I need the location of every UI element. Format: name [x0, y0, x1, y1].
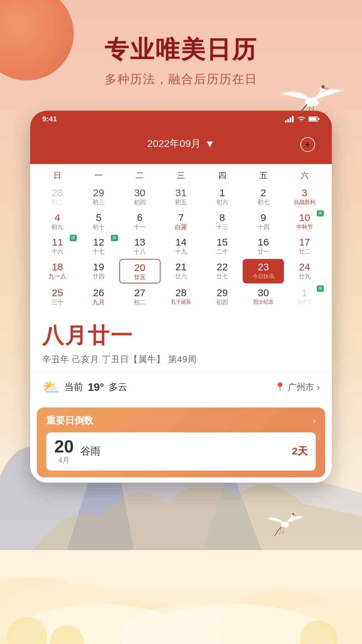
table-row[interactable]: 17 廿二: [284, 234, 325, 258]
countdown-day: 20: [54, 438, 74, 455]
weekday-wed: 三: [161, 167, 202, 183]
weather-label: 当前: [64, 381, 83, 393]
countdown-arrow-icon: ›: [313, 415, 316, 426]
table-row[interactable]: 15 二十: [201, 234, 243, 258]
table-row[interactable]: 29 初四: [201, 285, 243, 308]
wifi-icon: [297, 116, 306, 122]
table-row[interactable]: 1 初六: [201, 185, 243, 208]
weather-temperature: 19°: [88, 381, 104, 393]
table-row[interactable]: 25 三十: [37, 285, 78, 308]
table-row[interactable]: 6 十一: [119, 210, 161, 233]
day-23-today[interactable]: 23 今日快讯: [243, 259, 284, 284]
chevron-right-icon: ›: [317, 382, 320, 392]
table-row[interactable]: 26 九月: [78, 285, 119, 308]
table-row[interactable]: 休 1 国庆节: [284, 285, 325, 308]
table-row[interactable]: 4 初九: [37, 210, 78, 233]
countdown-date: 20 4月: [54, 438, 74, 465]
weekday-fri: 五: [243, 167, 284, 183]
month-text: 2022年09月: [147, 137, 201, 151]
signal-icon: [285, 116, 294, 122]
countdown-remaining: 2天: [292, 444, 308, 458]
table-row[interactable]: 休 12 十七: [78, 234, 119, 258]
battery-icon: [308, 116, 320, 122]
table-row[interactable]: 13 十八: [119, 234, 161, 258]
city-name: 广州市: [288, 381, 314, 393]
svg-rect-24: [309, 117, 316, 121]
table-row[interactable]: 18 九一八: [37, 259, 78, 284]
weekday-thu: 四: [201, 167, 243, 183]
weekday-sat: 六: [284, 167, 325, 183]
svg-rect-25: [318, 118, 319, 120]
status-icons: [285, 116, 320, 122]
weather-condition: 多云: [109, 381, 127, 393]
weather-location[interactable]: 📍 广州市 ›: [275, 381, 320, 393]
countdown-month: 4月: [58, 455, 70, 465]
main-title: 专业唯美日历: [0, 34, 362, 66]
table-row[interactable]: 24 廿九: [284, 259, 325, 284]
weekday-mon: 一: [78, 167, 119, 183]
sub-title: 多种历法，融合后历历在日: [0, 71, 362, 88]
rest-badge: 休: [111, 235, 118, 241]
status-time: 9:41: [42, 115, 57, 123]
table-row[interactable]: 27 初二: [119, 285, 161, 308]
calendar-grid: 日 一 二 三 四 五 六 28 初二 29 初三 30 初四: [30, 164, 332, 312]
weekday-headers: 日 一 二 三 四 五 六: [37, 167, 325, 183]
table-row[interactable]: 休 10 中秋节: [284, 210, 325, 233]
svg-rect-19: [285, 120, 287, 122]
calendar-header: 2022年09月 ▼ +: [30, 126, 332, 164]
add-event-button[interactable]: +: [300, 137, 315, 152]
location-pin-icon: 📍: [275, 382, 285, 392]
table-row[interactable]: 8 十三: [201, 210, 243, 233]
table-row[interactable]: 29 初三: [78, 185, 119, 208]
dropdown-icon: ▼: [205, 138, 215, 150]
table-row[interactable]: 休 11 十六: [37, 234, 78, 258]
countdown-title: 重要日倒数: [46, 414, 93, 427]
phone-mockup: 9:41 2022年09月: [30, 111, 332, 483]
countdown-section[interactable]: 重要日倒数 › 20 4月 谷雨 2天: [37, 408, 325, 477]
countdown-header: 重要日倒数 ›: [46, 414, 316, 427]
table-row[interactable]: 31 初五: [161, 185, 202, 208]
svg-rect-22: [292, 116, 294, 122]
table-row[interactable]: 3 抗战胜利: [284, 185, 325, 208]
weekday-tue: 二: [119, 167, 161, 183]
countdown-item[interactable]: 20 4月 谷雨 2天: [46, 432, 316, 471]
rest-badge: 休: [70, 235, 77, 241]
day-20-selected[interactable]: 20 廿五: [119, 259, 161, 284]
calendar-days: 28 初二 29 初三 30 初四 31 初五 1 初六 2 初七: [37, 185, 325, 308]
lunar-date-section: 八月廿一 辛丑年 己亥月 丁丑日【属牛】 第49周: [30, 312, 332, 372]
table-row[interactable]: 30 初四: [119, 185, 161, 208]
rest-badge: 休: [317, 285, 324, 292]
table-row[interactable]: 21 廿六: [161, 259, 202, 284]
month-label[interactable]: 2022年09月 ▼: [135, 131, 227, 157]
table-row[interactable]: 9 十四: [243, 210, 284, 233]
table-row[interactable]: 22 廿七: [201, 259, 243, 284]
page-title-area: 专业唯美日历 多种历法，融合后历历在日: [0, 34, 362, 88]
table-row[interactable]: 28 初二: [37, 185, 78, 208]
svg-rect-20: [287, 119, 289, 122]
lunar-big-date: 八月廿一: [42, 321, 320, 350]
svg-rect-21: [290, 117, 291, 122]
table-row[interactable]: 19 廿四: [78, 259, 119, 284]
table-row[interactable]: 5 初十: [78, 210, 119, 233]
table-row[interactable]: 2 初七: [243, 185, 284, 208]
status-bar: 9:41: [30, 111, 332, 126]
weekday-sun: 日: [37, 167, 78, 183]
weather-icon: ⛅: [42, 379, 60, 395]
table-row[interactable]: 28 孔子诞辰: [161, 285, 202, 308]
countdown-event-name: 谷雨: [80, 444, 285, 458]
table-row[interactable]: 16 廿一: [243, 234, 284, 258]
table-row[interactable]: 30 烈士纪念: [243, 285, 284, 308]
table-row[interactable]: 14 十九: [161, 234, 202, 258]
weather-left: ⛅ 当前 19° 多云: [42, 379, 127, 395]
weather-section: ⛅ 当前 19° 多云 📍 广州市 ›: [30, 372, 332, 402]
lunar-details: 辛丑年 己亥月 丁丑日【属牛】 第49周: [42, 354, 320, 365]
table-row[interactable]: 7 白露: [161, 210, 202, 233]
rest-badge: 休: [317, 210, 324, 217]
